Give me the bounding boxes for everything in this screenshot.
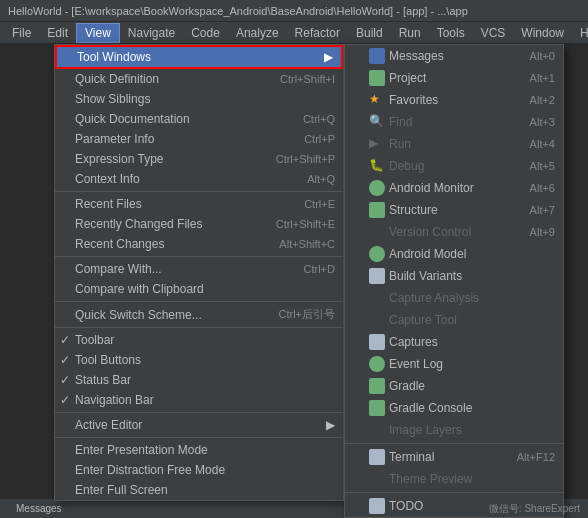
menu-quick-documentation[interactable]: Quick Documentation Ctrl+Q bbox=[55, 109, 343, 129]
submenu-structure[interactable]: Structure Alt+7 bbox=[345, 199, 563, 221]
submenu-debug[interactable]: 🐛 Debug Alt+5 bbox=[345, 155, 563, 177]
submenu-project[interactable]: Project Alt+1 bbox=[345, 67, 563, 89]
find-icon: 🔍 bbox=[369, 114, 385, 130]
submenu-build-variants[interactable]: Build Variants bbox=[345, 265, 563, 287]
menu-tool-buttons[interactable]: Tool Buttons bbox=[55, 350, 343, 370]
capture-tool-icon bbox=[369, 312, 385, 328]
menu-run[interactable]: Run bbox=[391, 24, 429, 42]
submenu-find[interactable]: 🔍 Find Alt+3 bbox=[345, 111, 563, 133]
menu-navigate[interactable]: Navigate bbox=[120, 24, 183, 42]
menu-full-screen[interactable]: Enter Full Screen bbox=[55, 480, 343, 500]
separator-1 bbox=[55, 191, 343, 192]
submenu-capture-analysis[interactable]: Capture Analysis bbox=[345, 287, 563, 309]
separator-6 bbox=[55, 437, 343, 438]
submenu-captures[interactable]: Captures bbox=[345, 331, 563, 353]
active-editor-arrow-icon: ▶ bbox=[326, 418, 335, 432]
captures-icon bbox=[369, 334, 385, 350]
terminal-icon bbox=[369, 449, 385, 465]
submenu-messages[interactable]: Messages Alt+0 bbox=[345, 45, 563, 67]
menu-edit[interactable]: Edit bbox=[39, 24, 76, 42]
menu-window[interactable]: Window bbox=[513, 24, 572, 42]
vcs-icon bbox=[369, 224, 385, 240]
menu-tool-windows[interactable]: Tool Windows ▶ bbox=[55, 45, 343, 69]
menu-compare-with[interactable]: Compare With... Ctrl+D bbox=[55, 259, 343, 279]
submenu-theme-preview[interactable]: Theme Preview bbox=[345, 468, 563, 490]
menu-navigation-bar[interactable]: Navigation Bar bbox=[55, 390, 343, 410]
menu-expression-type[interactable]: Expression Type Ctrl+Shift+P bbox=[55, 149, 343, 169]
separator-3 bbox=[55, 301, 343, 302]
menu-file[interactable]: File bbox=[4, 24, 39, 42]
submenu-version-control[interactable]: Version Control Alt+9 bbox=[345, 221, 563, 243]
menu-presentation-mode[interactable]: Enter Presentation Mode bbox=[55, 440, 343, 460]
menu-recently-changed[interactable]: Recently Changed Files Ctrl+Shift+E bbox=[55, 214, 343, 234]
todo-icon bbox=[369, 498, 385, 514]
submenu-separator-1 bbox=[345, 443, 563, 444]
separator-4 bbox=[55, 327, 343, 328]
menu-build[interactable]: Build bbox=[348, 24, 391, 42]
submenu-capture-tool[interactable]: Capture Tool bbox=[345, 309, 563, 331]
submenu-android-monitor[interactable]: Android Monitor Alt+6 bbox=[345, 177, 563, 199]
menu-context-info[interactable]: Context Info Alt+Q bbox=[55, 169, 343, 189]
separator-5 bbox=[55, 412, 343, 413]
menu-parameter-info[interactable]: Parameter Info Ctrl+P bbox=[55, 129, 343, 149]
structure-icon bbox=[369, 202, 385, 218]
submenu-image-layers[interactable]: Image Layers bbox=[345, 419, 563, 441]
gradle-console-icon bbox=[369, 400, 385, 416]
menu-recent-changes[interactable]: Recent Changes Alt+Shift+C bbox=[55, 234, 343, 254]
submenu-favorites[interactable]: ★ Favorites Alt+2 bbox=[345, 89, 563, 111]
menu-tools[interactable]: Tools bbox=[429, 24, 473, 42]
android-monitor-icon bbox=[369, 180, 385, 196]
menu-analyze[interactable]: Analyze bbox=[228, 24, 287, 42]
menu-view[interactable]: View bbox=[76, 23, 120, 43]
capture-analysis-icon bbox=[369, 290, 385, 306]
menu-show-siblings[interactable]: Show Siblings bbox=[55, 89, 343, 109]
image-layers-icon bbox=[369, 422, 385, 438]
menu-vcs[interactable]: VCS bbox=[473, 24, 514, 42]
submenu-terminal[interactable]: Terminal Alt+F12 bbox=[345, 446, 563, 468]
menu-toolbar[interactable]: Toolbar bbox=[55, 330, 343, 350]
menu-active-editor[interactable]: Active Editor ▶ bbox=[55, 415, 343, 435]
menu-status-bar[interactable]: Status Bar bbox=[55, 370, 343, 390]
menu-distraction-free[interactable]: Enter Distraction Free Mode bbox=[55, 460, 343, 480]
menu-quick-definition[interactable]: Quick Definition Ctrl+Shift+I bbox=[55, 69, 343, 89]
submenu-separator-2 bbox=[345, 492, 563, 493]
submenu-run[interactable]: ▶ Run Alt+4 bbox=[345, 133, 563, 155]
build-variants-icon bbox=[369, 268, 385, 284]
menu-help[interactable]: Help bbox=[572, 24, 588, 42]
bottom-messages[interactable]: Messages bbox=[8, 503, 70, 514]
submenu-gradle[interactable]: Gradle bbox=[345, 375, 563, 397]
menu-code[interactable]: Code bbox=[183, 24, 228, 42]
menu-bar: File Edit View Navigate Code Analyze Ref… bbox=[0, 22, 588, 44]
submenu-android-model[interactable]: Android Model bbox=[345, 243, 563, 265]
menu-quick-switch[interactable]: Quick Switch Scheme... Ctrl+后引号 bbox=[55, 304, 343, 325]
debug-icon: 🐛 bbox=[369, 158, 385, 174]
run-icon: ▶ bbox=[369, 136, 385, 152]
watermark: 微信号: ShareExpert bbox=[489, 502, 580, 516]
title-text: HelloWorld - [E:\workspace\BookWorkspace… bbox=[8, 5, 468, 17]
tool-windows-submenu: Messages Alt+0 Project Alt+1 ★ Favorites… bbox=[344, 44, 564, 518]
submenu-gradle-console[interactable]: Gradle Console bbox=[345, 397, 563, 419]
theme-preview-icon bbox=[369, 471, 385, 487]
project-icon bbox=[369, 70, 385, 86]
favorites-icon: ★ bbox=[369, 92, 385, 108]
menu-recent-files[interactable]: Recent Files Ctrl+E bbox=[55, 194, 343, 214]
messages-icon bbox=[369, 48, 385, 64]
view-dropdown-menu: Tool Windows ▶ Quick Definition Ctrl+Shi… bbox=[54, 44, 344, 501]
menu-refactor[interactable]: Refactor bbox=[287, 24, 348, 42]
submenu-arrow-icon: ▶ bbox=[324, 50, 333, 64]
gradle-icon bbox=[369, 378, 385, 394]
android-model-icon bbox=[369, 246, 385, 262]
event-log-icon bbox=[369, 356, 385, 372]
title-bar: HelloWorld - [E:\workspace\BookWorkspace… bbox=[0, 0, 588, 22]
menu-compare-clipboard[interactable]: Compare with Clipboard bbox=[55, 279, 343, 299]
separator-2 bbox=[55, 256, 343, 257]
submenu-event-log[interactable]: Event Log bbox=[345, 353, 563, 375]
